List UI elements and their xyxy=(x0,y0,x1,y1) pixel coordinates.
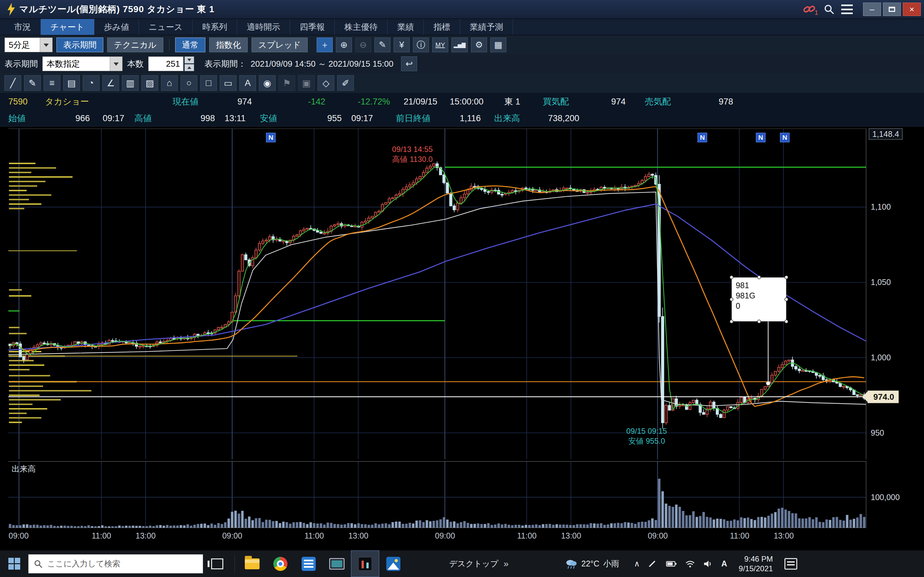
chrome-icon[interactable] xyxy=(266,550,294,577)
quote-date: 21/09/15 xyxy=(404,97,437,107)
count-up-arrow[interactable] xyxy=(184,64,194,71)
x-axis-label: 11:00 xyxy=(304,531,324,540)
draw-tool-copy-object[interactable]: ▣ xyxy=(298,75,315,91)
close-button[interactable]: × xyxy=(903,3,921,16)
search-icon[interactable] xyxy=(822,3,835,16)
current-price-tag: 974.0 xyxy=(867,390,899,403)
draw-tool-grid-horizontal[interactable]: ▤ xyxy=(63,75,80,91)
tab-market[interactable]: 市況 xyxy=(5,19,41,35)
drawn-text-object[interactable]: 981981G0 xyxy=(732,277,787,322)
chart-region: NNNN09/13 14:55高値 1130.009/15 09:15安値 95… xyxy=(0,127,924,550)
draw-tool-flag-stamp[interactable]: ⚑ xyxy=(278,75,295,91)
ime-indicator[interactable]: A xyxy=(721,559,727,568)
draw-tool-angle-line[interactable]: ∠ xyxy=(102,75,119,91)
normal-mode-button[interactable]: 通常 xyxy=(175,37,205,52)
draw-tool-diamond[interactable]: ◇ xyxy=(318,75,334,91)
tab-earnings-forecast[interactable]: 業績予測 xyxy=(460,19,513,35)
draw-pen-button[interactable]: ✎ xyxy=(375,37,391,52)
taskbar-search[interactable]: ここに入力して検索 xyxy=(28,554,203,574)
count-down-arrow[interactable] xyxy=(184,56,194,63)
draw-tool-erase-draw[interactable]: ✐ xyxy=(337,75,354,91)
clock-date: 9/15/2021 xyxy=(738,564,773,574)
high-label: 高値 xyxy=(134,113,152,124)
y-axis-label: 950 xyxy=(871,428,884,438)
volume-icon[interactable] xyxy=(703,560,713,568)
battery-icon[interactable] xyxy=(666,560,677,568)
price-axis[interactable]: 1,148.41,1001,0501,000950974.0 xyxy=(866,129,924,459)
tab-indicators[interactable]: 指標 xyxy=(424,19,460,35)
info-button[interactable]: ⓘ xyxy=(413,37,429,52)
menu-icon[interactable] xyxy=(841,5,853,14)
draw-tool-text[interactable]: A xyxy=(239,75,256,91)
tab-shikiho[interactable]: 四季報 xyxy=(290,19,334,35)
tab-news[interactable]: ニュース xyxy=(139,19,192,35)
blue-app-icon[interactable] xyxy=(294,550,323,577)
taskbar-clock[interactable]: 9:46 PM 9/15/2021 xyxy=(738,554,773,574)
action-center-icon[interactable] xyxy=(784,558,797,570)
desktop-toolbar-chevrons-icon[interactable]: » xyxy=(504,559,509,569)
selection-handle[interactable] xyxy=(730,276,733,279)
tab-chart[interactable]: チャート xyxy=(41,19,94,35)
print-button[interactable]: ▦ xyxy=(490,37,506,52)
news-marker[interactable]: N xyxy=(756,133,766,142)
desktop-toolbar[interactable]: デスクトップ » xyxy=(449,558,509,569)
tray-expand-chevron-icon[interactable]: ∧ xyxy=(634,559,640,568)
indexed-mode-button[interactable]: 指数化 xyxy=(209,37,248,52)
crosshair-button[interactable]: ＋ xyxy=(317,37,333,52)
spread-mode-button[interactable]: スプレッド xyxy=(252,37,308,52)
bar-count-input[interactable] xyxy=(148,56,184,71)
current-price-label: 現在値 xyxy=(173,96,199,107)
zoom-out-button[interactable]: ⊖ xyxy=(355,37,371,52)
news-marker[interactable]: N xyxy=(780,133,790,142)
tab-earnings[interactable]: 業績 xyxy=(388,19,424,35)
draw-tool-trendline[interactable]: ╱ xyxy=(5,75,21,91)
task-view-button[interactable] xyxy=(203,550,231,577)
taskbar-weather[interactable]: 22°C 小雨 xyxy=(565,558,619,569)
tab-shareholder-benefit[interactable]: 株主優待 xyxy=(334,19,388,35)
price-chart[interactable]: NNNN09/13 14:55高値 1130.009/15 09:15安値 95… xyxy=(8,129,866,459)
minimize-button[interactable]: – xyxy=(863,3,881,16)
draw-tool-grid-vertical[interactable]: ▥ xyxy=(122,75,139,91)
draw-tool-ellipse[interactable]: ○ xyxy=(181,75,197,91)
chart-type-button[interactable]: ▂▅▇ xyxy=(451,37,468,52)
period-mode-select[interactable]: 本数指定 xyxy=(42,56,123,71)
trading-app-icon[interactable] xyxy=(351,550,379,577)
monitor-app-icon[interactable] xyxy=(323,550,351,577)
rain-cloud-icon xyxy=(565,559,577,569)
draw-tool-icon-stamp[interactable]: ◉ xyxy=(259,75,276,91)
current-price: 974 xyxy=(237,97,252,107)
wifi-icon[interactable] xyxy=(685,560,695,568)
pen-tray-icon[interactable] xyxy=(648,560,658,568)
tab-time-series[interactable]: 時系列 xyxy=(192,19,237,35)
draw-tool-h-lines[interactable]: ≡ xyxy=(44,75,60,91)
news-marker[interactable]: N xyxy=(266,133,276,142)
yen-button[interactable]: ¥ xyxy=(394,37,410,52)
news-marker[interactable]: N xyxy=(698,133,707,142)
draw-tool-rectangle[interactable]: □ xyxy=(200,75,217,91)
draw-tool-marker-pen[interactable]: ✎ xyxy=(24,75,41,91)
bid-label: 買気配 xyxy=(543,96,569,107)
reset-period-button[interactable]: ↩ xyxy=(401,56,417,71)
titlebar: マルチツール(個別銘柄) 7590 タカショー 東 1 1 – xyxy=(0,0,924,19)
my-chart-button[interactable]: MY xyxy=(432,37,448,52)
volume-chart[interactable]: 出来高 xyxy=(8,461,866,528)
timeframe-select[interactable]: 5分足 xyxy=(5,37,53,52)
zoom-in-button[interactable]: ⊕ xyxy=(336,37,352,52)
start-button[interactable] xyxy=(0,550,28,577)
draw-tool-fan[interactable]: ◔ xyxy=(83,75,99,91)
link-icon[interactable]: 1 xyxy=(803,3,817,16)
draw-tool-channel[interactable]: ▨ xyxy=(142,75,158,91)
period-button[interactable]: 表示期間 xyxy=(57,37,103,52)
selection-handle[interactable] xyxy=(757,276,761,279)
technical-button[interactable]: テクニカル xyxy=(107,37,163,52)
tab-ticks[interactable]: 歩み値 xyxy=(94,19,139,35)
draw-tool-h-segment[interactable]: ▭ xyxy=(220,75,236,91)
time-axis[interactable]: 09:0011:0013:0009:0011:0013:0009:0011:00… xyxy=(8,529,866,543)
settings-wrench-button[interactable]: ⚙ xyxy=(471,37,487,52)
maximize-button[interactable] xyxy=(883,3,901,16)
volume-axis-label: 100,000 xyxy=(871,493,900,502)
photos-app-icon[interactable] xyxy=(379,550,407,577)
draw-tool-pentagon[interactable]: ⌂ xyxy=(161,75,178,91)
file-explorer-icon[interactable] xyxy=(238,550,266,577)
tab-disclosure[interactable]: 適時開示 xyxy=(237,19,290,35)
